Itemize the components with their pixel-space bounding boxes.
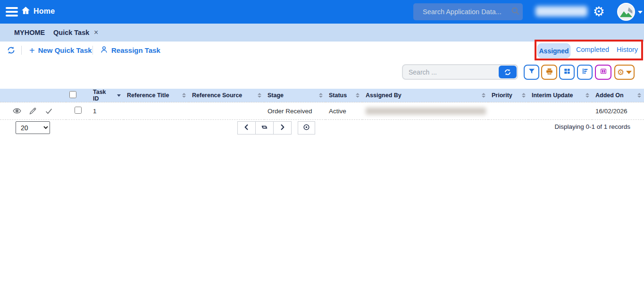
col-reference-source[interactable]: Reference Source bbox=[189, 89, 264, 102]
col-task-id[interactable]: Task ID bbox=[90, 89, 124, 102]
sort-icon bbox=[482, 93, 485, 98]
page-size-select[interactable]: 20 bbox=[16, 121, 50, 134]
col-select-all bbox=[66, 89, 90, 102]
col-status[interactable]: Status bbox=[326, 89, 362, 102]
goto-record-button[interactable] bbox=[298, 121, 315, 134]
cell-added-on: 16/02/2026 bbox=[592, 102, 644, 120]
col-assigned-by[interactable]: Assigned By bbox=[362, 89, 488, 102]
new-quick-task-button[interactable]: + New Quick Task bbox=[29, 42, 92, 59]
cell-assigned-by bbox=[362, 102, 488, 120]
pencil-icon[interactable] bbox=[29, 107, 37, 115]
divider bbox=[92, 46, 93, 55]
prev-page-button[interactable] bbox=[237, 121, 256, 134]
sort-icon bbox=[356, 93, 360, 98]
gear-icon: ⚙ bbox=[617, 68, 624, 76]
top-navbar: Home ⚙ bbox=[0, 0, 644, 24]
reassign-task-label: Reassign Task bbox=[111, 46, 160, 54]
cell-reference-source bbox=[189, 102, 264, 120]
chart-view-button[interactable] bbox=[577, 65, 593, 80]
home-nav[interactable]: Home bbox=[21, 6, 55, 17]
filter-button[interactable] bbox=[524, 65, 539, 80]
divider bbox=[21, 46, 22, 55]
sort-icon bbox=[522, 93, 526, 98]
col-stage[interactable]: Stage bbox=[264, 89, 326, 102]
app-search-input[interactable] bbox=[413, 3, 511, 20]
reassign-task-button[interactable]: Reassign Task bbox=[100, 42, 160, 59]
col-reference-title[interactable]: Reference Title bbox=[124, 89, 189, 102]
columns-view-button[interactable] bbox=[595, 65, 611, 80]
gear-icon[interactable]: ⚙ bbox=[591, 3, 607, 21]
pagination-buttons bbox=[237, 121, 292, 134]
cell-interim-update bbox=[528, 102, 592, 120]
target-icon bbox=[302, 123, 310, 133]
user-name-redacted[interactable] bbox=[535, 6, 587, 17]
sort-icon bbox=[585, 93, 589, 98]
cell-status: Active bbox=[326, 102, 362, 120]
grid-search-box bbox=[402, 64, 518, 80]
bar-chart-icon bbox=[581, 67, 589, 77]
grid-search-refresh-button[interactable] bbox=[499, 66, 517, 78]
tab-completed[interactable]: Completed bbox=[576, 46, 609, 53]
app-search-box bbox=[413, 3, 523, 20]
table-icon bbox=[563, 67, 571, 77]
sort-desc-icon bbox=[117, 94, 121, 97]
table-row: 1 Order Received Active 16/02/2026 bbox=[0, 102, 644, 120]
repeat-icon bbox=[260, 123, 268, 133]
col-added-on[interactable]: Added On bbox=[592, 89, 644, 102]
hamburger-icon[interactable] bbox=[6, 7, 18, 17]
sort-icon bbox=[258, 93, 261, 98]
print-button[interactable] bbox=[541, 65, 557, 80]
col-priority[interactable]: Priority bbox=[488, 89, 528, 102]
grid-settings-button[interactable]: ⚙ bbox=[614, 65, 635, 80]
check-icon[interactable] bbox=[44, 107, 53, 116]
sort-icon bbox=[637, 93, 641, 98]
new-quick-task-label: New Quick Task bbox=[38, 46, 92, 54]
chevron-down-icon[interactable] bbox=[638, 11, 643, 14]
records-summary: Displaying 0-1 of 1 records bbox=[554, 123, 630, 130]
cell-task-id: 1 bbox=[90, 102, 124, 120]
tab-history[interactable]: History bbox=[617, 46, 638, 53]
grid-search-input[interactable] bbox=[403, 65, 498, 79]
app-window: Home ⚙ MYHOME Quick Task × bbox=[0, 0, 644, 294]
sort-icon bbox=[319, 93, 323, 98]
chevron-left-icon bbox=[243, 124, 250, 133]
plus-icon: + bbox=[29, 46, 35, 55]
tab-assigned[interactable]: Assigned bbox=[537, 43, 570, 58]
assigned-by-redacted bbox=[366, 108, 486, 115]
chevron-right-icon bbox=[279, 124, 286, 133]
page-title: Home bbox=[33, 7, 55, 16]
cell-reference-title bbox=[124, 102, 189, 120]
sort-icon bbox=[182, 93, 186, 98]
reload-page-button[interactable] bbox=[255, 121, 274, 134]
eye-icon[interactable] bbox=[12, 106, 22, 116]
row-checkbox[interactable] bbox=[75, 107, 82, 114]
next-page-button[interactable] bbox=[273, 121, 292, 134]
tab-myhome[interactable]: MYHOME bbox=[14, 24, 45, 42]
refresh-icon[interactable] bbox=[7, 46, 16, 57]
printer-icon bbox=[545, 67, 553, 77]
avatar[interactable] bbox=[617, 3, 635, 21]
home-icon bbox=[21, 6, 31, 17]
col-actions bbox=[0, 89, 66, 102]
close-icon[interactable]: × bbox=[94, 24, 98, 42]
module-tabstrip: MYHOME Quick Task × bbox=[0, 24, 644, 42]
chevron-down-icon bbox=[626, 71, 632, 74]
col-interim-update[interactable]: Interim Update bbox=[528, 89, 592, 102]
funnel-icon bbox=[528, 67, 535, 77]
magnifier-icon[interactable] bbox=[511, 7, 520, 17]
select-all-checkbox[interactable] bbox=[69, 91, 76, 98]
cell-stage: Order Received bbox=[264, 102, 326, 120]
table-header-row: Task ID Reference Title Reference Source… bbox=[0, 89, 644, 102]
person-icon bbox=[100, 45, 108, 55]
cell-priority bbox=[488, 102, 528, 120]
tab-quick-task[interactable]: Quick Task bbox=[53, 24, 89, 42]
columns-icon bbox=[600, 67, 607, 77]
quick-task-table: Task ID Reference Title Reference Source… bbox=[0, 89, 644, 120]
table-view-button[interactable] bbox=[559, 65, 575, 80]
